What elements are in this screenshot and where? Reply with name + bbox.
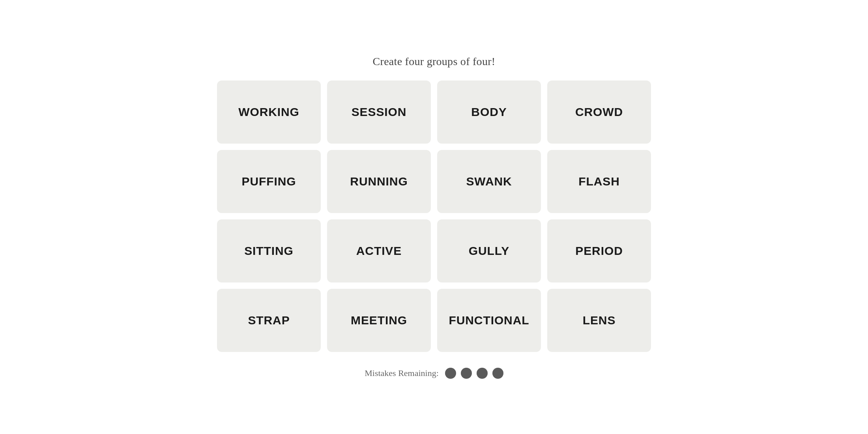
word-label-swank: SWANK — [466, 175, 512, 188]
mistake-dot-2 — [461, 368, 472, 379]
word-card-sitting[interactable]: SITTING — [217, 219, 321, 282]
word-card-session[interactable]: SESSION — [327, 80, 431, 144]
word-card-functional[interactable]: FUNCTIONAL — [437, 289, 541, 352]
word-card-body[interactable]: BODY — [437, 80, 541, 144]
word-card-active[interactable]: ACTIVE — [327, 219, 431, 282]
word-label-session: SESSION — [352, 105, 407, 119]
word-label-puffing: PUFFING — [242, 175, 296, 188]
word-label-working: WORKING — [238, 105, 299, 119]
word-card-crowd[interactable]: CROWD — [547, 80, 651, 144]
word-card-running[interactable]: RUNNING — [327, 150, 431, 213]
word-label-active: ACTIVE — [356, 244, 402, 258]
word-card-working[interactable]: WORKING — [217, 80, 321, 144]
word-label-strap: STRAP — [248, 314, 290, 327]
mistake-dot-1 — [445, 368, 456, 379]
word-label-gully: GULLY — [469, 244, 509, 258]
word-label-lens: LENS — [583, 314, 616, 327]
mistake-dot-4 — [492, 368, 503, 379]
word-label-body: BODY — [471, 105, 507, 119]
word-card-period[interactable]: PERIOD — [547, 219, 651, 282]
game-container: Create four groups of four! WORKINGSESSI… — [217, 55, 651, 379]
mistakes-area: Mistakes Remaining: — [365, 368, 503, 379]
word-card-flash[interactable]: FLASH — [547, 150, 651, 213]
mistake-dot-3 — [477, 368, 488, 379]
word-label-functional: FUNCTIONAL — [449, 314, 529, 327]
word-card-strap[interactable]: STRAP — [217, 289, 321, 352]
word-label-crowd: CROWD — [575, 105, 623, 119]
word-card-meeting[interactable]: MEETING — [327, 289, 431, 352]
word-card-swank[interactable]: SWANK — [437, 150, 541, 213]
word-label-period: PERIOD — [575, 244, 623, 258]
word-grid: WORKINGSESSIONBODYCROWDPUFFINGRUNNINGSWA… — [217, 80, 651, 352]
word-card-lens[interactable]: LENS — [547, 289, 651, 352]
word-label-running: RUNNING — [350, 175, 408, 188]
word-label-sitting: SITTING — [244, 244, 294, 258]
dots-container — [445, 368, 503, 379]
word-card-gully[interactable]: GULLY — [437, 219, 541, 282]
word-card-puffing[interactable]: PUFFING — [217, 150, 321, 213]
subtitle: Create four groups of four! — [373, 55, 496, 68]
word-label-meeting: MEETING — [351, 314, 407, 327]
word-label-flash: FLASH — [578, 175, 620, 188]
mistakes-label: Mistakes Remaining: — [365, 368, 439, 378]
